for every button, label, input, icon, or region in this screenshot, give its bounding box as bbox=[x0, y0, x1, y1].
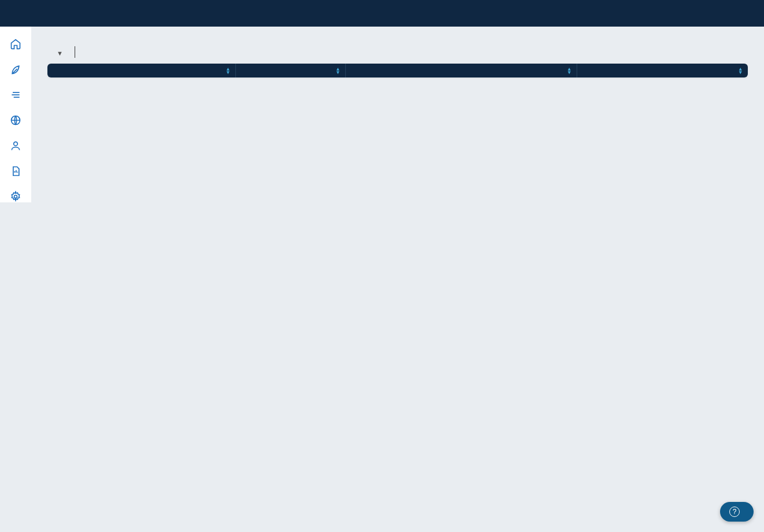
chevron-down-icon[interactable]: ▼ bbox=[57, 50, 63, 57]
col-name[interactable]: ▴▾ bbox=[345, 64, 577, 77]
col-weight[interactable]: ▴▾ bbox=[577, 64, 748, 77]
leaf-icon[interactable] bbox=[10, 64, 21, 75]
sort-icon[interactable]: ▴▾ bbox=[337, 67, 339, 74]
sidebar bbox=[0, 27, 31, 202]
sort-icon[interactable]: ▴▾ bbox=[739, 67, 742, 74]
report-icon[interactable] bbox=[10, 165, 21, 177]
col-material[interactable]: ▴▾ bbox=[47, 64, 235, 77]
pagination: ▼ bbox=[54, 46, 748, 58]
showing-text: ▼ bbox=[54, 47, 64, 57]
user-icon[interactable] bbox=[10, 140, 21, 152]
user-area bbox=[750, 9, 752, 18]
sort-icon[interactable]: ▴▾ bbox=[568, 67, 571, 74]
svg-point-5 bbox=[14, 195, 17, 198]
col-cas[interactable]: ▴▾ bbox=[235, 64, 345, 77]
list-icon[interactable] bbox=[10, 89, 21, 101]
sort-icon[interactable]: ▴▾ bbox=[227, 67, 230, 74]
topbar bbox=[0, 0, 764, 27]
main-content: ▼ ▴▾ ▴▾ ▴▾ ▴▾ bbox=[31, 27, 764, 202]
svg-point-4 bbox=[14, 142, 18, 146]
substances-table: ▴▾ ▴▾ ▴▾ ▴▾ bbox=[47, 64, 748, 77]
separator bbox=[75, 46, 75, 58]
globe-icon[interactable] bbox=[10, 114, 21, 126]
home-icon[interactable] bbox=[10, 38, 21, 50]
gear-icon[interactable] bbox=[10, 191, 21, 202]
